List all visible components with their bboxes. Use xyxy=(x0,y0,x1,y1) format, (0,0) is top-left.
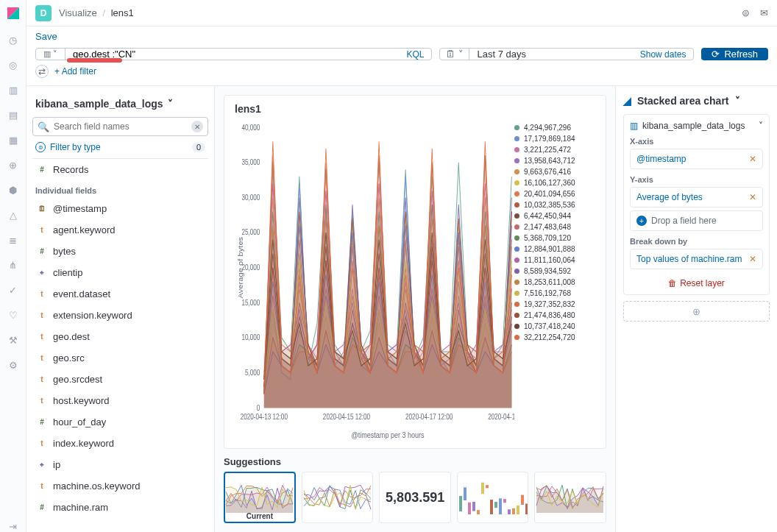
breadcrumb-section[interactable]: Visualize xyxy=(59,7,97,18)
field-item[interactable]: tgeo.src xyxy=(32,347,208,369)
svg-text:2020-04-13 12:00: 2020-04-13 12:00 xyxy=(241,413,288,421)
legend-item[interactable]: 10,737,418,240 xyxy=(514,322,595,330)
field-item[interactable]: #machine.ram xyxy=(32,497,208,518)
date-picker[interactable]: 🗓 ˅ Last 7 days Show dates xyxy=(439,48,694,60)
refresh-button[interactable]: ⟳ Refresh xyxy=(701,48,768,60)
records-item[interactable]: # Records xyxy=(32,159,208,180)
field-type-icon: 🗓 xyxy=(37,204,47,214)
legend-item[interactable]: 32,212,254,720 xyxy=(514,333,595,341)
legend-item[interactable]: 2,147,483,648 xyxy=(514,223,595,231)
legend-item[interactable]: 6,442,450,944 xyxy=(514,212,595,220)
uptime-icon[interactable]: ✓ xyxy=(7,284,19,296)
logs-icon[interactable]: ≣ xyxy=(7,234,19,246)
suggestion-card[interactable] xyxy=(534,472,606,523)
legend-item[interactable]: 19,327,352,832 xyxy=(514,300,595,308)
legend-item[interactable]: 11,811,160,064 xyxy=(514,256,595,264)
suggestion-card[interactable] xyxy=(457,472,529,523)
mail-icon[interactable]: ✉ xyxy=(760,7,768,18)
datasource-selector[interactable]: kibana_sample_data_logs ˅ xyxy=(32,95,208,117)
field-type-icon: t xyxy=(37,353,47,363)
legend-item[interactable]: 12,884,901,888 xyxy=(514,245,595,253)
field-item[interactable]: #hour_of_day xyxy=(32,411,208,433)
field-search-input[interactable] xyxy=(54,121,187,132)
apm-icon[interactable]: ⋔ xyxy=(7,259,19,271)
remove-icon[interactable]: ✕ xyxy=(749,192,756,202)
field-item[interactable]: textension.keyword xyxy=(32,305,208,326)
y-axis-dimension[interactable]: Average of bytes ✕ xyxy=(630,187,763,208)
field-item[interactable]: tagent.keyword xyxy=(32,219,208,241)
layer-index-selector[interactable]: ▥ kibana_sample_data_logs ˅ xyxy=(630,121,763,131)
field-item[interactable]: ⌖ip xyxy=(32,454,208,475)
clear-icon[interactable]: ✕ xyxy=(191,121,203,132)
saved-query-menu[interactable]: ▥ ˅ xyxy=(36,49,65,60)
svg-rect-47 xyxy=(477,510,480,514)
reset-layer-button[interactable]: 🗑 Reset layer xyxy=(630,272,763,288)
svg-text:Average of bytes: Average of bytes xyxy=(237,237,244,299)
suggestion-card[interactable] xyxy=(302,472,374,523)
add-layer-button[interactable]: ⊕ xyxy=(623,301,770,322)
svg-text:0: 0 xyxy=(257,404,260,412)
suggestions-title: Suggestions xyxy=(224,456,606,467)
dev-tools-icon[interactable]: ⚒ xyxy=(7,334,19,346)
suggestion-card[interactable]: 5,803.591 xyxy=(379,472,451,523)
kibana-logo-icon[interactable] xyxy=(6,6,21,21)
field-item[interactable]: #bytes xyxy=(32,241,208,262)
legend-item[interactable]: 13,958,643,712 xyxy=(514,157,595,165)
filter-options-icon[interactable]: ⇄ xyxy=(35,65,49,78)
field-item[interactable]: tindex.keyword xyxy=(32,433,208,454)
chart-plot[interactable]: 05,00010,00015,00020,00025,00030,00035,0… xyxy=(235,119,514,441)
remove-icon[interactable]: ✕ xyxy=(749,154,756,164)
legend-item[interactable]: 4,294,967,296 xyxy=(514,124,595,132)
legend-item[interactable]: 3,221,225,472 xyxy=(514,146,595,154)
legend-item[interactable]: 9,663,676,416 xyxy=(514,168,595,176)
field-item[interactable]: 🗓@timestamp xyxy=(32,198,208,219)
legend-item[interactable]: 18,253,611,008 xyxy=(514,278,595,286)
newsfeed-icon[interactable]: ⊜ xyxy=(742,7,750,18)
y-axis-drop-zone[interactable]: + Drop a field here xyxy=(630,210,763,231)
filter-by-type[interactable]: ⊜ Filter by type 0 xyxy=(32,136,208,158)
management-icon[interactable]: ⚙ xyxy=(7,359,19,371)
mini-chart-icon xyxy=(457,480,529,514)
legend-item[interactable]: 21,474,836,480 xyxy=(514,311,595,319)
legend-item[interactable]: 8,589,934,592 xyxy=(514,267,595,275)
dashboard-icon[interactable]: ▤ xyxy=(7,109,19,121)
siem-icon[interactable]: ♡ xyxy=(7,309,19,321)
calendar-icon[interactable]: 🗓 ˅ xyxy=(440,49,469,60)
add-filter-link[interactable]: + Add filter xyxy=(54,66,96,77)
field-item[interactable]: tgeo.srcdest xyxy=(32,369,208,390)
collapse-icon[interactable]: ⇥ xyxy=(7,520,19,532)
field-item[interactable]: tevent.dataset xyxy=(32,283,208,305)
show-dates-link[interactable]: Show dates xyxy=(633,49,694,60)
legend-item[interactable]: 20,401,094,656 xyxy=(514,190,595,198)
visualize-icon[interactable]: ▥ xyxy=(7,84,19,96)
save-link[interactable]: Save xyxy=(35,31,57,42)
field-search[interactable]: 🔍 ✕ xyxy=(32,117,208,136)
refresh-icon: ⟳ xyxy=(712,49,720,60)
ml-icon[interactable]: ⬢ xyxy=(7,184,19,196)
suggestion-card[interactable]: Current xyxy=(224,472,296,523)
discover-icon[interactable]: ◎ xyxy=(7,59,19,71)
recent-icon[interactable]: ◷ xyxy=(7,34,19,46)
space-badge[interactable]: D xyxy=(35,5,52,21)
legend-dot xyxy=(514,235,519,241)
field-item[interactable]: ⌖clientip xyxy=(32,262,208,283)
mini-chart-icon xyxy=(302,480,374,514)
fields-panel: kibana_sample_data_logs ˅ 🔍 ✕ ⊜ Filter b… xyxy=(26,86,215,532)
legend-item[interactable]: 5,368,709,120 xyxy=(514,234,595,242)
field-item[interactable]: tmachine.os.keyword xyxy=(32,475,208,497)
legend-item[interactable]: 10,032,385,536 xyxy=(514,201,595,209)
legend-item[interactable]: 7,516,192,768 xyxy=(514,289,595,297)
breakdown-dimension[interactable]: Top values of machine.ram ✕ xyxy=(630,249,763,269)
remove-icon[interactable]: ✕ xyxy=(749,254,756,264)
x-axis-dimension[interactable]: @timestamp ✕ xyxy=(630,149,763,169)
canvas-icon[interactable]: ▦ xyxy=(7,134,19,146)
legend-item[interactable]: 16,106,127,360 xyxy=(514,179,595,187)
legend-dot xyxy=(514,213,519,219)
maps-icon[interactable]: ⊕ xyxy=(7,159,19,171)
query-language-toggle[interactable]: KQL xyxy=(399,49,431,60)
legend-item[interactable]: 17,179,869,184 xyxy=(514,135,595,143)
field-item[interactable]: tgeo.dest xyxy=(32,326,208,347)
field-item[interactable]: thost.keyword xyxy=(32,390,208,411)
metrics-icon[interactable]: △ xyxy=(7,209,19,221)
chart-type-selector[interactable]: ◢ Stacked area chart ˅ xyxy=(623,95,770,107)
